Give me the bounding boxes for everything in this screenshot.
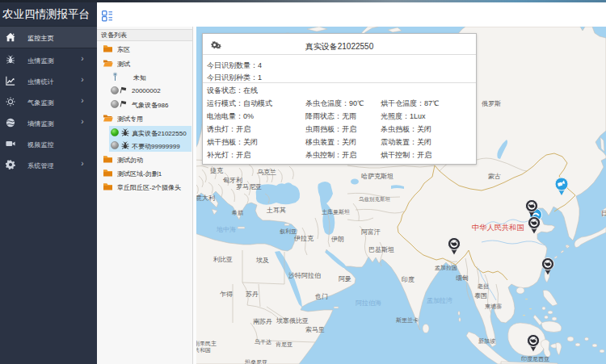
svg-text:捷克: 捷克 xyxy=(210,167,224,174)
svg-text:孟加拉国: 孟加拉国 xyxy=(435,265,457,271)
svg-text:叙利亚: 叙利亚 xyxy=(280,228,297,235)
svg-text:老挝: 老挝 xyxy=(478,283,489,290)
svg-text:日: 日 xyxy=(601,210,606,217)
svg-text:埃塞俄比亚: 埃塞俄比亚 xyxy=(276,317,309,324)
svg-text:印度尼西亚: 印度尼西亚 xyxy=(521,356,549,362)
svg-text:共和国: 共和国 xyxy=(194,347,211,354)
svg-text:索马里: 索马里 xyxy=(305,326,325,333)
svg-text:阿富汗: 阿富汗 xyxy=(361,228,381,236)
svg-text:哈萨克斯坦: 哈萨克斯坦 xyxy=(361,173,393,180)
svg-text:地中海: 地中海 xyxy=(216,226,236,233)
svg-text:柬埔寨: 柬埔寨 xyxy=(485,303,502,310)
svg-text:俄罗斯: 俄罗斯 xyxy=(482,100,501,107)
svg-text:斯里兰卡: 斯里兰卡 xyxy=(396,317,419,324)
svg-text:泰国: 泰国 xyxy=(474,292,487,299)
svg-text:新加坡: 新加坡 xyxy=(478,337,495,344)
svg-text:伊朗: 伊朗 xyxy=(331,236,344,243)
svg-text:罗马尼亚: 罗马尼亚 xyxy=(236,183,262,190)
svg-text:意大利: 意大利 xyxy=(195,195,215,202)
svg-text:孟加拉湾: 孟加拉湾 xyxy=(427,297,452,304)
svg-text:乍得: 乍得 xyxy=(220,291,233,298)
svg-text:中华人民共和国: 中华人民共和国 xyxy=(472,224,524,232)
svg-text:蒙古: 蒙古 xyxy=(488,173,501,180)
svg-text:坦桑尼亚: 坦桑尼亚 xyxy=(244,359,267,364)
svg-text:南苏丹: 南苏丹 xyxy=(253,318,272,325)
svg-text:印度: 印度 xyxy=(402,276,415,283)
svg-text:埃及: 埃及 xyxy=(255,257,269,264)
svg-text:肯尼亚: 肯尼亚 xyxy=(276,341,292,347)
svg-text:缅甸: 缅甸 xyxy=(456,274,469,282)
svg-text:阿拉伯海: 阿拉伯海 xyxy=(356,299,381,307)
svg-text:利比亚: 利比亚 xyxy=(213,256,233,263)
svg-text:土耳其: 土耳其 xyxy=(266,207,286,214)
svg-text:苏丹: 苏丹 xyxy=(246,291,259,298)
svg-text:土库曼斯坦: 土库曼斯坦 xyxy=(322,209,350,215)
svg-text:刚果民主: 刚果民主 xyxy=(194,340,217,347)
svg-text:阿曼: 阿曼 xyxy=(339,275,351,282)
svg-text:希腊: 希腊 xyxy=(231,210,243,216)
svg-text:乌兹别克斯坦: 乌兹别克斯坦 xyxy=(359,196,391,203)
svg-text:也门: 也门 xyxy=(315,293,328,300)
svg-text:乌干达: 乌干达 xyxy=(255,339,271,345)
svg-text:乌克兰: 乌克兰 xyxy=(257,169,276,176)
svg-text:巴基斯坦: 巴基斯坦 xyxy=(368,246,394,253)
svg-text:沙特阿拉伯: 沙特阿拉伯 xyxy=(288,272,321,279)
svg-text:伊拉克: 伊拉克 xyxy=(294,235,314,242)
